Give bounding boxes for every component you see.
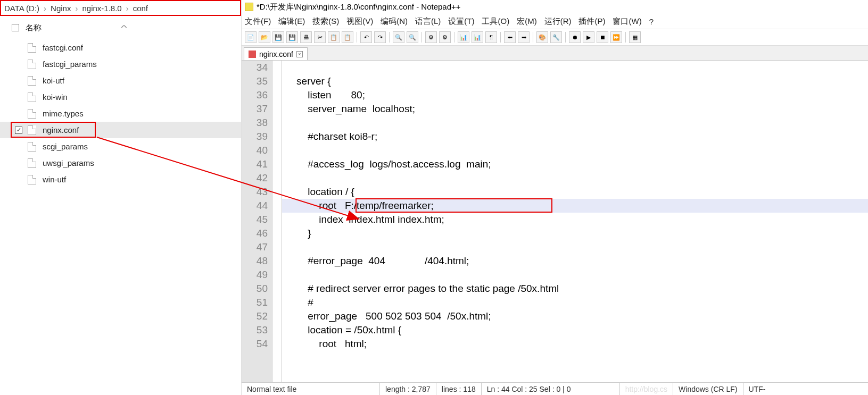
menu-item[interactable]: ? xyxy=(649,17,654,26)
toolbar-button[interactable]: 💾 xyxy=(286,31,298,43)
toolbar-button[interactable]: ⏺ xyxy=(569,31,581,43)
line-number: 49 xyxy=(242,268,268,282)
file-row[interactable]: koi-win xyxy=(0,89,241,105)
menu-item[interactable]: 文件(F) xyxy=(245,16,271,27)
file-row[interactable]: win-utf xyxy=(0,171,241,188)
menu-item[interactable]: 插件(P) xyxy=(578,16,605,27)
code-line[interactable]: index index.html index.htm; xyxy=(282,213,868,226)
code-line[interactable]: location / { xyxy=(282,185,868,199)
column-header[interactable]: 名称 ^ xyxy=(0,19,241,36)
code-line[interactable]: server_name localhost; xyxy=(282,102,868,116)
line-number: 34 xyxy=(242,61,268,74)
menu-bar[interactable]: 文件(F)编辑(E)搜索(S)视图(V)编码(N)语言(L)设置(T)工具(O)… xyxy=(242,14,868,29)
toolbar-button[interactable]: ⬅ xyxy=(504,31,516,43)
toolbar-button[interactable]: 💾 xyxy=(272,31,284,43)
file-list: fastcgi.conffastcgi_paramskoi-utfkoi-win… xyxy=(0,36,241,395)
code-line[interactable]: } xyxy=(282,226,868,240)
toolbar[interactable]: 📄📂💾💾🖶✂📋📋↶↷🔍🔍⚙⚙📊📊¶⬅➡🎨🔧⏺▶⏹⏩▦ xyxy=(242,29,868,46)
code-line[interactable] xyxy=(282,61,868,74)
menu-item[interactable]: 编辑(E) xyxy=(278,16,305,27)
file-name: win-utf xyxy=(43,175,66,184)
code-line[interactable] xyxy=(282,116,868,130)
breadcrumb-item[interactable]: Nginx xyxy=(51,4,71,13)
toolbar-button[interactable]: ↶ xyxy=(360,31,372,43)
file-row[interactable]: uwsgi_params xyxy=(0,155,241,171)
toolbar-button[interactable]: 📂 xyxy=(259,31,270,43)
tab-bar[interactable]: nginx.conf × xyxy=(242,46,868,61)
toolbar-button[interactable]: ▦ xyxy=(629,31,641,43)
code-line[interactable] xyxy=(282,144,868,157)
file-explorer: DATA (D:) › Nginx › nginx-1.8.0 › conf 名… xyxy=(0,0,242,395)
menu-item[interactable]: 搜索(S) xyxy=(312,16,339,27)
select-all-checkbox[interactable] xyxy=(12,24,19,31)
code-line[interactable]: #access_log logs/host.access.log main; xyxy=(282,157,868,171)
toolbar-button[interactable]: 🔍 xyxy=(407,31,418,43)
breadcrumb-item[interactable]: nginx-1.8.0 xyxy=(82,4,121,13)
toolbar-button[interactable]: ⏹ xyxy=(597,31,608,43)
toolbar-button[interactable]: 📋 xyxy=(328,31,340,43)
toolbar-button[interactable]: ⚙ xyxy=(425,31,437,43)
menu-item[interactable]: 工具(O) xyxy=(482,16,509,27)
file-row[interactable]: scgi_params xyxy=(0,138,241,155)
file-row[interactable]: fastcgi.conf xyxy=(0,39,241,56)
code-content[interactable]: server { listen 80; server_name localhos… xyxy=(282,61,868,382)
toolbar-button[interactable]: ✂ xyxy=(314,31,326,43)
sort-indicator-icon: ^ xyxy=(121,24,127,31)
code-line[interactable]: #charset koi8-r; xyxy=(282,130,868,144)
menu-item[interactable]: 运行(R) xyxy=(544,16,572,27)
menu-item[interactable]: 视图(V) xyxy=(346,16,373,27)
menu-item[interactable]: 设置(T) xyxy=(448,16,474,27)
toolbar-button[interactable]: 🎨 xyxy=(536,31,548,43)
breadcrumb[interactable]: DATA (D:) › Nginx › nginx-1.8.0 › conf xyxy=(0,0,241,16)
tab-nginx-conf[interactable]: nginx.conf × xyxy=(244,47,308,60)
breadcrumb-item[interactable]: DATA (D:) xyxy=(4,4,39,13)
code-line[interactable]: #error_page 404 /404.html; xyxy=(282,254,868,268)
code-line[interactable]: root html; xyxy=(282,337,868,351)
toolbar-button[interactable]: ¶ xyxy=(485,31,497,43)
file-row[interactable]: ✓nginx.conf xyxy=(0,122,241,138)
title-bar: *D:\开发库\Nginx\nginx-1.8.0\conf\nginx.con… xyxy=(242,0,868,14)
menu-item[interactable]: 语言(L) xyxy=(415,16,441,27)
close-icon[interactable]: × xyxy=(296,51,303,57)
line-gutter: 3435363738394041424344454647484950515253… xyxy=(242,61,272,382)
code-area[interactable]: 3435363738394041424344454647484950515253… xyxy=(242,61,868,382)
code-line[interactable]: # redirect server error pages to the sta… xyxy=(282,282,868,296)
toolbar-button[interactable]: ▶ xyxy=(583,31,594,43)
code-line[interactable]: server { xyxy=(282,74,868,88)
code-line[interactable] xyxy=(282,240,868,254)
file-row[interactable]: mime.types xyxy=(0,105,241,122)
line-number: 48 xyxy=(242,254,268,268)
line-number: 53 xyxy=(242,323,268,337)
code-line[interactable]: # xyxy=(282,296,868,309)
line-number: 37 xyxy=(242,102,268,116)
file-name: fastcgi.conf xyxy=(43,43,83,52)
toolbar-button[interactable]: ⚙ xyxy=(439,31,451,43)
code-line[interactable] xyxy=(282,171,868,185)
breadcrumb-item[interactable]: conf xyxy=(133,4,148,13)
toolbar-button[interactable]: 🔧 xyxy=(550,31,562,43)
code-line[interactable]: location = /50x.html { xyxy=(282,323,868,337)
toolbar-button[interactable]: ➡ xyxy=(518,31,530,43)
toolbar-button[interactable]: 📊 xyxy=(472,31,483,43)
code-line[interactable]: listen 80; xyxy=(282,88,868,102)
file-row[interactable]: fastcgi_params xyxy=(0,56,241,72)
toolbar-button[interactable]: 🖶 xyxy=(300,31,312,43)
code-line[interactable] xyxy=(282,268,868,282)
menu-item[interactable]: 宏(M) xyxy=(517,16,537,27)
code-line[interactable]: root F:/temp/freemarker; xyxy=(282,199,868,213)
file-name: nginx.conf xyxy=(43,125,79,135)
menu-item[interactable]: 编码(N) xyxy=(381,16,408,27)
watermark: http://blog.cs xyxy=(620,383,673,395)
toolbar-button[interactable]: 📄 xyxy=(245,31,257,43)
toolbar-button[interactable]: 🔍 xyxy=(393,31,404,43)
fold-margin[interactable] xyxy=(272,61,282,382)
code-line[interactable]: error_page 500 502 503 504 /50x.html; xyxy=(282,309,868,323)
toolbar-button[interactable]: 📊 xyxy=(458,31,469,43)
toolbar-button[interactable]: ↷ xyxy=(374,31,386,43)
unsaved-icon xyxy=(249,51,256,58)
toolbar-button[interactable]: ⏩ xyxy=(610,31,622,43)
menu-item[interactable]: 窗口(W) xyxy=(613,16,641,27)
file-row[interactable]: koi-utf xyxy=(0,72,241,89)
checkbox-icon[interactable]: ✓ xyxy=(15,127,22,134)
toolbar-button[interactable]: 📋 xyxy=(342,31,353,43)
